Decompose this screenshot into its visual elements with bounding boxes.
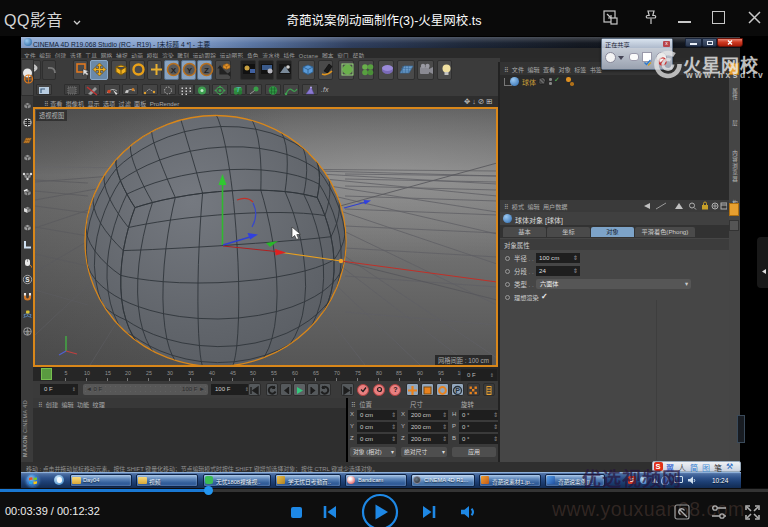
- svg-text:Y: Y: [187, 65, 193, 74]
- svg-text:?: ?: [393, 386, 397, 393]
- svg-text:X: X: [170, 65, 176, 74]
- svg-text:(): (): [26, 329, 30, 335]
- svg-text:P: P: [455, 387, 460, 394]
- svg-text:Z: Z: [204, 65, 209, 74]
- svg-text:S: S: [25, 276, 30, 283]
